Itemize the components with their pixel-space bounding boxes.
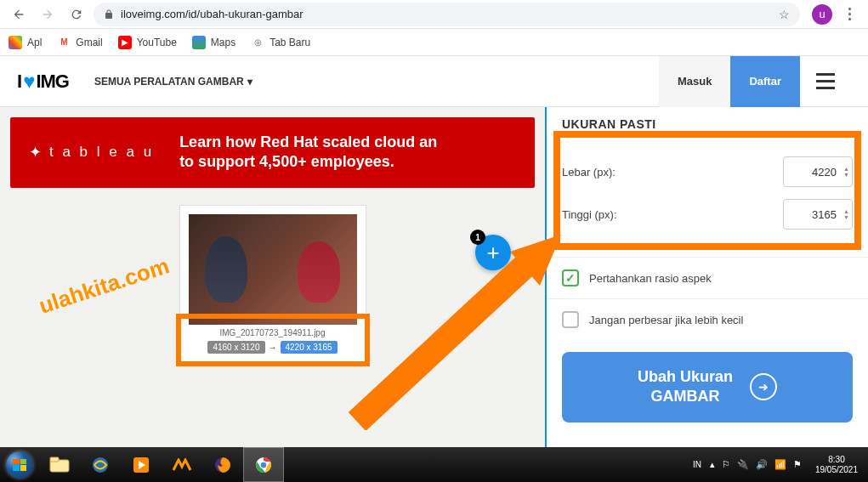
system-tray[interactable]: ▴ ⚐ 🔌 🔊 📶 ⚑ (710, 459, 802, 470)
tableau-logo: ✦ t a b l e a u (29, 143, 154, 162)
taskbar-ie-icon[interactable] (80, 447, 121, 482)
taskbar-firefox-icon[interactable] (202, 447, 243, 482)
height-input[interactable] (783, 199, 853, 230)
ad-banner[interactable]: ✦ t a b l e a u Learn how Red Hat scaled… (10, 117, 535, 188)
bookmark-star-icon[interactable]: ☆ (779, 8, 790, 21)
maps-icon (192, 36, 206, 49)
width-label: Lebar (px): (562, 166, 616, 179)
annotation-box-inputs (553, 131, 861, 250)
back-button[interactable] (7, 3, 31, 26)
hamburger-menu[interactable] (800, 56, 851, 107)
no-upscale-row[interactable]: Jangan perbesar jika lebih kecil (547, 298, 868, 340)
newtab-icon: ◎ (251, 36, 264, 49)
taskbar-clock[interactable]: 8:30 19/05/2021 (810, 455, 863, 475)
aspect-ratio-row[interactable]: Pertahankan rasio aspek (547, 257, 868, 298)
taskbar-wmp-icon[interactable] (121, 447, 162, 482)
youtube-icon: ▶ (118, 36, 132, 49)
svg-point-9 (260, 462, 267, 468)
tray-up-icon[interactable]: ▴ (710, 459, 715, 470)
svg-rect-2 (50, 457, 59, 462)
image-count-badge: 1 (470, 230, 485, 245)
windows-taskbar: IN ▴ ⚐ 🔌 🔊 📶 ⚑ 8:30 19/05/2021 (0, 447, 868, 482)
resize-options-panel: UKURAN PASTI Lebar (px): ▲▼ Tinggi (px):… (545, 107, 868, 447)
site-header: I ♥ IMG SEMUA PERALATAN GAMBAR ▾ Masuk D… (0, 56, 868, 107)
no-upscale-checkbox[interactable] (562, 311, 579, 328)
volume-icon[interactable]: 🔊 (756, 459, 768, 470)
watermark-text: ulahkita.com (36, 252, 173, 320)
reload-button[interactable] (65, 3, 88, 26)
site-logo[interactable]: I ♥ IMG (17, 70, 69, 94)
arrow-circle-icon: ➜ (750, 373, 777, 400)
address-bar[interactable]: iloveimg.com/id/ubah-ukuran-gambar ☆ (94, 3, 800, 26)
stepper-icon[interactable]: ▲▼ (843, 208, 849, 220)
tools-dropdown[interactable]: SEMUA PERALATAN GAMBAR ▾ (94, 76, 252, 88)
browser-menu-button[interactable] (837, 8, 861, 20)
tableau-mark-icon: ✦ (29, 143, 44, 162)
new-dimensions: 4220 x 3165 (281, 341, 338, 354)
taskbar-winamp-icon[interactable] (162, 447, 202, 482)
old-dimensions: 4160 x 3120 (207, 341, 264, 354)
url-text: iloveimg.com/id/ubah-ukuran-gambar (121, 8, 304, 20)
height-label: Tinggi (px): (562, 208, 617, 221)
image-card: IMG_20170723_194911.jpg 4160 x 3120 → 42… (179, 205, 366, 363)
panel-title: UKURAN PASTI (547, 107, 868, 138)
browser-nav-bar: iloveimg.com/id/ubah-ukuran-gambar ☆ u (0, 0, 868, 29)
start-button[interactable] (0, 447, 39, 482)
image-filename: IMG_20170723_194911.jpg (189, 328, 357, 337)
aspect-ratio-checkbox[interactable] (562, 269, 579, 286)
gmail-icon: M (57, 36, 71, 49)
width-input[interactable] (783, 156, 853, 187)
bookmark-gmail[interactable]: M Gmail (57, 36, 102, 49)
bookmark-apl[interactable]: Apl (9, 36, 42, 49)
forward-button[interactable] (36, 3, 60, 26)
action-center-icon[interactable]: ⚑ (793, 459, 802, 470)
taskbar-explorer-icon[interactable] (39, 447, 80, 482)
lock-icon (104, 9, 114, 20)
heart-icon: ♥ (23, 70, 34, 94)
main-split: ✦ t a b l e a u Learn how Red Hat scaled… (0, 107, 868, 447)
plus-icon: + (486, 240, 499, 266)
bookmark-maps[interactable]: Maps (192, 36, 235, 49)
resize-submit-button[interactable]: Ubah Ukuran GAMBAR ➜ (562, 352, 853, 422)
login-button[interactable]: Masuk (659, 56, 730, 107)
bookmark-youtube[interactable]: ▶ YouTube (118, 36, 177, 49)
taskbar-chrome-icon[interactable] (243, 447, 284, 482)
page-content: I ♥ IMG SEMUA PERALATAN GAMBAR ▾ Masuk D… (0, 56, 868, 447)
left-pane: ✦ t a b l e a u Learn how Red Hat scaled… (0, 107, 545, 447)
arrow-right-icon: → (269, 343, 277, 352)
profile-avatar[interactable]: u (812, 4, 832, 25)
power-icon[interactable]: 🔌 (737, 459, 749, 470)
chevron-down-icon: ▾ (247, 76, 252, 88)
apps-icon (9, 36, 22, 49)
dimensions-row: 4160 x 3120 → 4220 x 3165 (189, 341, 357, 354)
stepper-icon[interactable]: ▲▼ (843, 166, 849, 178)
bookmarks-bar: Apl M Gmail ▶ YouTube Maps ◎ Tab Baru (0, 29, 868, 56)
taskbar-lang[interactable]: IN (693, 460, 701, 469)
image-thumbnail (189, 214, 357, 325)
add-image-button[interactable]: 1 + (475, 235, 511, 270)
banner-text: Learn how Red Hat scaled cloud an to sup… (179, 133, 437, 173)
network-icon[interactable]: 📶 (774, 459, 786, 470)
flag-icon[interactable]: ⚐ (722, 459, 730, 470)
annotation-arrow (340, 235, 561, 430)
signup-button[interactable]: Daftar (730, 56, 800, 107)
bookmark-tabbaru[interactable]: ◎ Tab Baru (251, 36, 310, 49)
